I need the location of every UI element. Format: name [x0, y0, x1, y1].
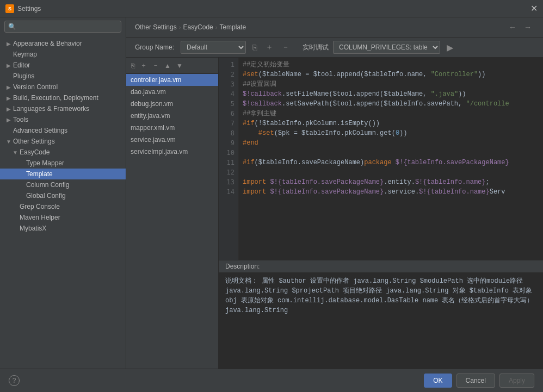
- sidebar-item-label: Other Settings: [13, 138, 55, 145]
- bottom-right: OK Cancel Apply: [424, 374, 534, 388]
- forward-button[interactable]: →: [521, 22, 534, 33]
- group-name-select[interactable]: Default: [181, 41, 246, 54]
- breadcrumb-part: Template: [219, 23, 246, 31]
- arrow-icon: ▶: [4, 41, 13, 47]
- sidebar-item-label: Template: [26, 170, 53, 178]
- sidebar-item-maven-helper[interactable]: Maven Helper: [0, 212, 126, 223]
- titlebar-left: S Settings: [5, 4, 41, 13]
- realtime-label: 实时调试: [303, 43, 329, 52]
- breadcrumb-part: Other Settings: [135, 23, 177, 31]
- sidebar-item-label: Type Mapper: [26, 159, 64, 167]
- file-item[interactable]: dao.java.vm: [126, 86, 218, 98]
- arrow-icon: ▶: [4, 63, 13, 69]
- bottom-bar: ? OK Cancel Apply: [0, 369, 543, 392]
- sidebar-item-label: Version Control: [13, 83, 58, 91]
- sidebar-item-other-settings[interactable]: ▼ Other Settings: [0, 136, 126, 147]
- file-item[interactable]: controller.java.vm: [126, 74, 218, 86]
- arrow-icon: ▶: [4, 84, 13, 90]
- file-item[interactable]: entity.java.vm: [126, 110, 218, 122]
- sidebar-item-build[interactable]: ▶ Build, Execution, Deployment: [0, 92, 126, 103]
- sidebar-item-advanced[interactable]: Advanced Settings: [0, 125, 126, 136]
- sidebar-item-column-config[interactable]: Column Config: [0, 179, 126, 190]
- code-area[interactable]: 12345 678910 11121314 ##定义初始变量 #set($tab…: [219, 58, 543, 260]
- sidebar-item-label: Build, Execution, Deployment: [13, 94, 98, 102]
- file-item[interactable]: service.java.vm: [126, 134, 218, 146]
- sidebar-tree: ▶ Appearance & Behavior Keymap ▶ Editor …: [0, 36, 126, 369]
- close-button[interactable]: ✕: [530, 4, 538, 13]
- move-down-button[interactable]: ▼: [175, 60, 184, 71]
- group-name-label: Group Name:: [135, 43, 174, 51]
- arrow-icon: ▼: [4, 139, 13, 145]
- arrow-icon: ▶: [4, 95, 13, 101]
- breadcrumb-separator: ›: [215, 24, 218, 30]
- split-area: ⎘ ＋ － ▲ ▼ controller.java.vm dao.java.vm…: [126, 58, 543, 369]
- sidebar-item-label: Editor: [13, 61, 30, 69]
- sidebar-item-label: Tools: [13, 116, 28, 123]
- sidebar: ▶ Appearance & Behavior Keymap ▶ Editor …: [0, 17, 126, 369]
- sidebar-item-label: Languages & Frameworks: [13, 105, 89, 113]
- file-list-panel: ⎘ ＋ － ▲ ▼ controller.java.vm dao.java.vm…: [126, 58, 219, 369]
- right-panel: Other Settings › EasyCode › Template ← →…: [126, 17, 543, 369]
- file-item[interactable]: debug.json.vm: [126, 98, 218, 110]
- apply-button[interactable]: Apply: [499, 374, 534, 388]
- arrow-icon: ▶: [4, 106, 13, 112]
- breadcrumb: Other Settings › EasyCode › Template ← →: [126, 17, 543, 38]
- app-icon: S: [5, 4, 14, 13]
- sidebar-item-label: Plugins: [13, 72, 34, 80]
- copy-file-button[interactable]: ⎘: [129, 60, 137, 71]
- sidebar-item-label: EasyCode: [20, 148, 50, 156]
- file-item[interactable]: mapper.xml.vm: [126, 122, 218, 134]
- breadcrumb-nav: ← →: [506, 22, 534, 33]
- arrow-icon: ▼: [11, 150, 20, 155]
- remove-file-button[interactable]: －: [151, 60, 161, 71]
- copy-button[interactable]: ⎘: [250, 42, 259, 53]
- move-up-button[interactable]: ▲: [163, 60, 172, 71]
- template-toolbar: Group Name: Default ⎘ ＋ － 实时调试 COLUMN_PR…: [126, 38, 543, 58]
- bottom-left: ?: [9, 375, 20, 386]
- sidebar-item-label: Maven Helper: [20, 214, 60, 221]
- titlebar-title: Settings: [17, 5, 41, 13]
- sidebar-item-editor[interactable]: ▶ Editor: [0, 60, 126, 71]
- sidebar-item-label: Global Config: [26, 192, 66, 200]
- add-button[interactable]: ＋: [263, 41, 275, 53]
- realtime-select[interactable]: COLUMN_PRIVILEGES: table: [333, 41, 440, 54]
- code-editor: 12345 678910 11121314 ##定义初始变量 #set($tab…: [219, 58, 543, 369]
- file-item[interactable]: serviceImpl.java.vm: [126, 146, 218, 158]
- sidebar-item-global-config[interactable]: Global Config: [0, 190, 126, 201]
- arrow-icon: ▶: [4, 117, 13, 123]
- cancel-button[interactable]: Cancel: [456, 374, 495, 388]
- sidebar-item-keymap[interactable]: Keymap: [0, 49, 126, 60]
- sidebar-item-appearance[interactable]: ▶ Appearance & Behavior: [0, 38, 126, 49]
- sidebar-item-label: Grep Console: [20, 203, 60, 210]
- sidebar-item-label: Appearance & Behavior: [13, 40, 82, 47]
- remove-button[interactable]: －: [280, 41, 292, 53]
- sidebar-item-mybatisx[interactable]: MybatisX: [0, 223, 126, 234]
- file-list: controller.java.vm dao.java.vm debug.jso…: [126, 74, 218, 369]
- back-button[interactable]: ←: [506, 22, 519, 33]
- search-input[interactable]: [4, 21, 121, 33]
- sidebar-search-container: [0, 17, 126, 36]
- code-content[interactable]: ##定义初始变量 #set($tableName = $tool.append(…: [238, 58, 543, 260]
- sidebar-item-grep-console[interactable]: Grep Console: [0, 201, 126, 212]
- sidebar-item-languages[interactable]: ▶ Languages & Frameworks: [0, 103, 126, 114]
- sidebar-item-label: Keymap: [13, 51, 37, 58]
- main-content: ▶ Appearance & Behavior Keymap ▶ Editor …: [0, 17, 543, 369]
- sidebar-item-easycode[interactable]: ▼ EasyCode: [0, 147, 126, 158]
- breadcrumb-separator: ›: [179, 24, 181, 30]
- breadcrumb-part: EasyCode: [183, 23, 213, 31]
- add-file-button[interactable]: ＋: [139, 60, 149, 71]
- run-button[interactable]: ▶: [445, 41, 455, 54]
- description-area: Description: 说明文档： 属性 $author 设置中的作者 jav…: [219, 260, 543, 369]
- sidebar-item-version-control[interactable]: ▶ Version Control: [0, 82, 126, 92]
- sidebar-item-type-mapper[interactable]: Type Mapper: [0, 158, 126, 169]
- description-content[interactable]: 说明文档： 属性 $author 设置中的作者 java.lang.String…: [219, 273, 543, 369]
- sidebar-item-label: Advanced Settings: [13, 127, 67, 134]
- sidebar-item-plugins[interactable]: Plugins: [0, 71, 126, 82]
- sidebar-item-label: MybatisX: [20, 225, 46, 232]
- sidebar-item-template[interactable]: Template: [0, 169, 126, 179]
- sidebar-item-tools[interactable]: ▶ Tools: [0, 114, 126, 125]
- titlebar: S Settings ✕: [0, 0, 543, 17]
- help-button[interactable]: ?: [9, 375, 20, 386]
- ok-button[interactable]: OK: [424, 374, 452, 388]
- line-numbers: 12345 678910 11121314: [219, 58, 238, 260]
